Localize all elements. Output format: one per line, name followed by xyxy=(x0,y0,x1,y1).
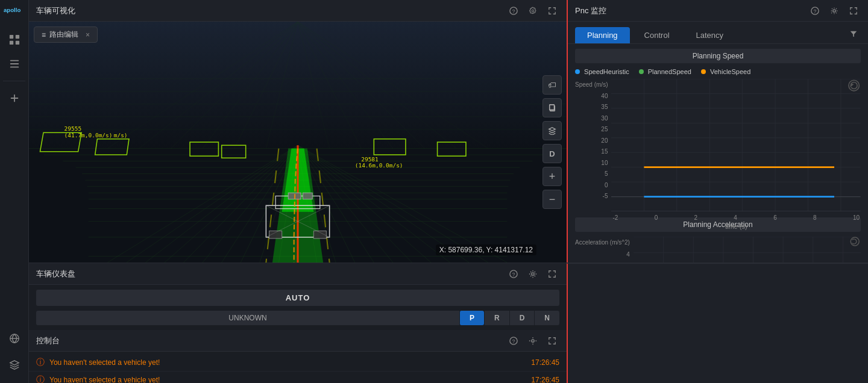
svg-point-134 xyxy=(532,339,534,341)
svg-text:29581: 29581 xyxy=(361,156,379,163)
svg-rect-77 xyxy=(303,193,312,199)
pnc-tabs: Planning Control Latency xyxy=(568,22,868,44)
legend-dot-speed-heuristic xyxy=(575,69,580,74)
viz-header-icons: ? xyxy=(506,4,559,18)
speed-x-axis-title: time (s) xyxy=(611,222,861,231)
accel-chart-area xyxy=(634,237,861,263)
copy-tool-button[interactable] xyxy=(542,98,562,117)
pnc-title: Pnc 监控 xyxy=(575,5,606,16)
dashboard-fullscreen-icon[interactable] xyxy=(545,267,559,281)
console-help-icon[interactable]: ? xyxy=(506,334,521,348)
pnc-panel: Pnc 监控 ? Planning Control Latency xyxy=(567,0,868,263)
gear-N-button[interactable]: N xyxy=(534,311,559,325)
svg-text:m/s): m/s) xyxy=(114,132,128,139)
route-edit-button[interactable]: ≡ 路由编辑 × xyxy=(34,26,98,43)
svg-text:(41.7m,0.0m/s): (41.7m,0.0m/s) xyxy=(64,132,113,139)
svg-rect-4 xyxy=(15,41,19,45)
console-message-0: You haven't selected a vehicle yet! xyxy=(49,358,526,367)
gear-unknown-label: UNKNOWN xyxy=(36,311,459,325)
pnc-header-icons: ? xyxy=(808,4,861,18)
zoom-out-button[interactable]: − xyxy=(542,190,562,209)
viz-header: 车辆可视化 ? xyxy=(29,0,567,22)
svg-point-131 xyxy=(532,272,534,275)
accel-y-label: Acceleration (m/s^2) xyxy=(575,239,630,246)
svg-point-128 xyxy=(851,237,859,246)
legend-dot-vehicle-speed xyxy=(701,69,706,74)
zoom-in-button[interactable]: + xyxy=(542,167,562,186)
legend-planned-speed: PlannedSpeed xyxy=(639,68,691,75)
drive-mode-bar: AUTO xyxy=(36,290,559,306)
viz-fullscreen-icon[interactable] xyxy=(545,4,559,18)
svg-rect-1 xyxy=(9,35,13,39)
top-area: 车辆可视化 ? xyxy=(29,0,868,263)
console-message-1: You haven't selected a vehicle yet! xyxy=(49,376,526,383)
svg-text:(14.6m,0.0m/s): (14.6m,0.0m/s) xyxy=(355,162,403,169)
layers-tool-button[interactable] xyxy=(542,121,562,140)
legend-speed-heuristic: SpeedHeuristic xyxy=(575,68,629,75)
svg-text:apollo: apollo xyxy=(4,7,20,13)
route-button-label: 路由编辑 xyxy=(49,30,78,40)
tab-control[interactable]: Control xyxy=(632,27,682,43)
console-header-icons: ? xyxy=(506,334,559,348)
legend-vehicle-speed: VehicleSpeed xyxy=(701,68,750,75)
speed-y-axis: Speed (m/s) 40 35 30 25 20 15 10 5 0 -5 xyxy=(575,79,611,211)
sidebar-icon-layers[interactable] xyxy=(5,355,24,375)
dashboard-settings-icon[interactable] xyxy=(526,267,540,281)
tab-latency[interactable]: Latency xyxy=(684,27,736,43)
d-tool-button[interactable]: D xyxy=(542,144,562,163)
sidebar-icon-plus[interactable] xyxy=(5,89,24,108)
gear-row: UNKNOWN P R D N xyxy=(36,311,559,325)
bottom-left: 车辆仪表盘 ? AUTO UNKNOWN P xyxy=(29,263,567,383)
svg-rect-7 xyxy=(10,67,18,68)
svg-rect-6 xyxy=(10,63,18,64)
pnc-settings-icon[interactable] xyxy=(827,4,841,18)
svg-text:?: ? xyxy=(814,8,817,14)
console-fullscreen-icon[interactable] xyxy=(545,334,559,348)
svg-rect-90 xyxy=(550,105,555,110)
console-warn-icon-1: ⓘ xyxy=(36,375,45,383)
sidebar-icon-list[interactable] xyxy=(5,54,24,73)
console-header: 控制台 ? xyxy=(29,330,567,352)
gear-P-button[interactable]: P xyxy=(459,311,484,325)
svg-text:?: ? xyxy=(512,338,515,344)
tag-tool-button[interactable]: 🏷 xyxy=(542,75,562,95)
dashboard-help-icon[interactable]: ? xyxy=(506,267,521,281)
pnc-fullscreen-icon[interactable] xyxy=(846,4,861,18)
console-item-0: ⓘ You haven't selected a vehicle yet! 17… xyxy=(29,354,567,372)
viz-settings-icon[interactable] xyxy=(526,4,540,18)
pnc-body: Planning Speed SpeedHeuristic PlannedSpe… xyxy=(568,44,868,263)
gear-R-button[interactable]: R xyxy=(484,311,509,325)
sidebar-divider xyxy=(3,81,26,81)
console-warn-icon-0: ⓘ xyxy=(36,357,45,368)
dashboard-header: 车辆仪表盘 ? xyxy=(29,263,567,285)
viz-coordinates: X: 587699.36, Y: 4141317.12 xyxy=(436,244,536,255)
pnc-bottom-filler xyxy=(567,263,868,383)
console-settings-icon[interactable] xyxy=(526,334,540,348)
svg-rect-3 xyxy=(9,41,13,45)
sidebar-icon-globe[interactable] xyxy=(5,329,24,348)
svg-text:?: ? xyxy=(512,271,515,277)
route-close-icon: × xyxy=(86,31,90,39)
svg-rect-5 xyxy=(10,60,18,61)
y-label-speed: Speed (m/s) xyxy=(575,81,608,88)
main-area: 车辆可视化 ? xyxy=(29,0,868,383)
dashboard-header-icons: ? xyxy=(506,267,559,281)
accel-chart-container: Acceleration (m/s^2) 4 3 2 xyxy=(575,237,861,263)
console-item-1: ⓘ You haven't selected a vehicle yet! 17… xyxy=(29,372,567,383)
gear-D-button[interactable]: D xyxy=(509,311,535,325)
planning-speed-title: Planning Speed xyxy=(575,49,861,63)
viz-help-icon[interactable]: ? xyxy=(506,4,521,18)
left-sidebar: apollo xyxy=(0,0,29,383)
dashboard-body: AUTO UNKNOWN P R D N xyxy=(29,285,567,330)
svg-point-94 xyxy=(833,9,835,11)
sidebar-icon-grid[interactable] xyxy=(5,30,24,49)
speed-chart-container: Speed (m/s) 40 35 30 25 20 15 10 5 0 -5 xyxy=(575,79,861,211)
viz-title: 车辆可视化 xyxy=(36,5,75,16)
visualization-panel: 车辆可视化 ? xyxy=(29,0,567,263)
speed-x-axis-labels: -2 0 2 4 6 8 10 xyxy=(611,214,861,221)
pnc-help-icon[interactable]: ? xyxy=(808,4,822,18)
pnc-filter-icon[interactable] xyxy=(846,26,861,41)
speed-chart-area: -2 0 2 4 6 8 10 time (s) xyxy=(611,79,861,211)
tab-planning[interactable]: Planning xyxy=(575,27,630,43)
viz-toolbar: 🏷 D + − xyxy=(542,75,562,209)
